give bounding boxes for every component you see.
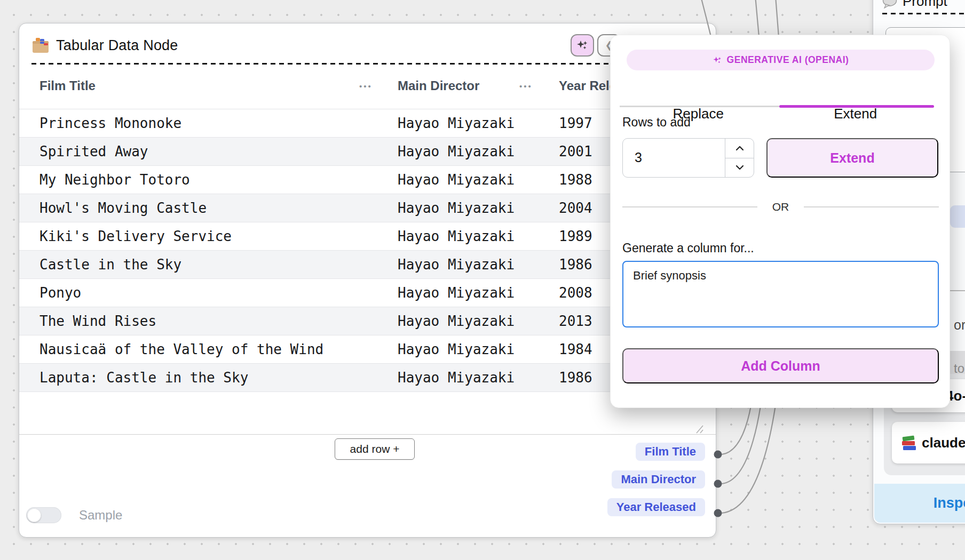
- input-port-pill[interactable]: [950, 205, 965, 228]
- or-divider: OR: [622, 201, 939, 213]
- generative-ai-button[interactable]: [571, 34, 594, 57]
- inspect-button-label: Inspect: [934, 495, 965, 511]
- cell-year-released[interactable]: 1986: [559, 370, 592, 386]
- cell-year-released[interactable]: 2008: [559, 285, 592, 301]
- output-port-pill[interactable]: Film Title: [636, 443, 705, 461]
- sample-toggle-label: Sample: [79, 507, 122, 523]
- number-stepper: [725, 139, 754, 177]
- model-pill-label: claude-: [922, 435, 965, 451]
- generate-column-label: Generate a column for...: [622, 241, 754, 255]
- add-column-button-label: Add Column: [741, 358, 820, 374]
- add-row-button[interactable]: add row +: [335, 438, 415, 460]
- table-footer-divider: [19, 434, 716, 435]
- column-header-main-director[interactable]: Main Director: [398, 78, 479, 93]
- prompt-title-divider: [882, 13, 965, 14]
- cell-main-director[interactable]: Hayao Miyazaki: [398, 143, 515, 159]
- cell-main-director[interactable]: Hayao Miyazaki: [398, 228, 515, 244]
- popover-header-label: GENERATIVE AI (OPENAI): [727, 54, 849, 66]
- cell-year-released[interactable]: 1986: [559, 257, 592, 273]
- cell-year-released[interactable]: 2013: [559, 313, 592, 329]
- cell-film-title[interactable]: Laputa: Castle in the Sky: [39, 370, 248, 386]
- column-header-film-title[interactable]: Film Title: [39, 78, 96, 93]
- rows-to-add-input[interactable]: [623, 139, 724, 177]
- generate-column-input[interactable]: Brief synopsis: [622, 261, 939, 327]
- cell-year-released[interactable]: 2001: [559, 143, 592, 159]
- divider-line: [804, 206, 939, 207]
- chevron-down-icon: [735, 165, 744, 170]
- stepper-up-button[interactable]: [725, 139, 754, 158]
- sample-toggle[interactable]: [26, 507, 61, 523]
- cell-main-director[interactable]: Hayao Miyazaki: [398, 370, 515, 386]
- speech-balloon-icon: [882, 0, 897, 9]
- column-menu-icon[interactable]: •••: [359, 82, 373, 91]
- cell-film-title[interactable]: Castle in the Sky: [39, 257, 181, 273]
- cell-film-title[interactable]: Howl's Moving Castle: [39, 200, 207, 216]
- stepper-down-button[interactable]: [725, 158, 754, 178]
- prompt-node-title-row: Prompt: [882, 0, 947, 10]
- popover-header-pill: GENERATIVE AI (OPENAI): [627, 50, 935, 70]
- books-icon: [900, 434, 917, 451]
- card-index-dividers-icon: [31, 37, 50, 54]
- model-pill-claude[interactable]: claude-: [892, 422, 965, 463]
- rows-to-add-label: Rows to add: [622, 115, 691, 130]
- cell-main-director[interactable]: Hayao Miyazaki: [398, 200, 515, 216]
- output-port-labels: Film Title Main Director Year Released: [607, 443, 705, 516]
- column-menu-icon[interactable]: •••: [519, 82, 533, 91]
- cell-film-title[interactable]: Spirited Away: [39, 143, 148, 159]
- prompt-or-text: or: [954, 317, 965, 333]
- output-port-pill[interactable]: Main Director: [612, 470, 705, 489]
- sparkles-icon: [576, 39, 589, 52]
- or-label: OR: [772, 201, 789, 213]
- cell-film-title[interactable]: My Neighbor Totoro: [39, 172, 190, 188]
- cell-main-director[interactable]: Hayao Miyazaki: [398, 285, 515, 301]
- tab-underline-inactive: [620, 106, 779, 107]
- cell-film-title[interactable]: Princess Mononoke: [39, 115, 181, 131]
- sparkles-icon: [713, 55, 722, 65]
- cell-film-title[interactable]: Ponyo: [39, 285, 81, 301]
- prompt-node-title: Prompt: [903, 0, 947, 10]
- toggle-knob: [27, 508, 41, 522]
- resize-handle-icon[interactable]: [693, 425, 704, 434]
- node-title: Tabular Data Node: [56, 37, 178, 54]
- cell-year-released[interactable]: 1988: [559, 172, 592, 188]
- cell-main-director[interactable]: Hayao Miyazaki: [398, 115, 515, 131]
- cell-year-released[interactable]: 1984: [559, 341, 592, 357]
- cell-film-title[interactable]: Nausicaä of the Valley of the Wind: [39, 341, 323, 357]
- cell-film-title[interactable]: Kiki's Delivery Service: [39, 228, 232, 244]
- tab-extend[interactable]: Extend: [777, 106, 935, 140]
- divider-line: [622, 206, 757, 207]
- node-title-row: Tabular Data Node: [31, 37, 178, 54]
- add-column-button[interactable]: Add Column: [622, 348, 939, 383]
- chevron-up-icon: [735, 146, 744, 151]
- cell-main-director[interactable]: Hayao Miyazaki: [398, 257, 515, 273]
- extend-button-label: Extend: [830, 150, 874, 166]
- extend-button[interactable]: Extend: [766, 138, 938, 178]
- inspect-button[interactable]: Inspect: [874, 484, 965, 523]
- cell-year-released[interactable]: 1989: [559, 228, 592, 244]
- cell-year-released[interactable]: 2004: [559, 200, 592, 216]
- cell-main-director[interactable]: Hayao Miyazaki: [398, 313, 515, 329]
- tab-underline-active: [779, 105, 934, 108]
- generative-ai-popover: GENERATIVE AI (OPENAI) Replace Extend Ro…: [610, 35, 950, 408]
- cell-film-title[interactable]: The Wind Rises: [39, 313, 156, 329]
- cell-year-released[interactable]: 1997: [559, 115, 592, 131]
- cell-main-director[interactable]: Hayao Miyazaki: [398, 172, 515, 188]
- output-port-pill[interactable]: Year Released: [607, 498, 705, 516]
- rows-to-add-input-group: [622, 138, 754, 178]
- cell-main-director[interactable]: Hayao Miyazaki: [398, 341, 515, 357]
